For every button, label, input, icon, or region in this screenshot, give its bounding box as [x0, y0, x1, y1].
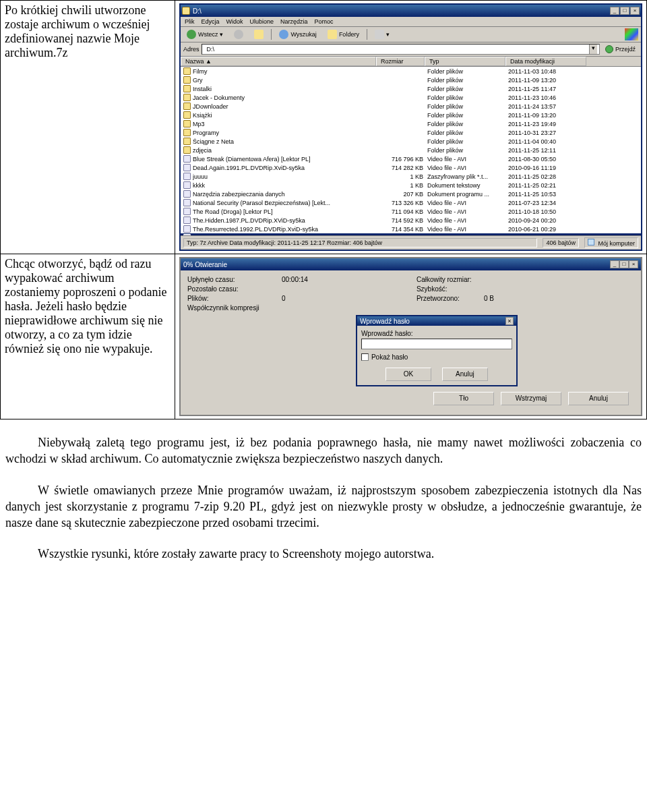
file-name: The.Resurrected.1992.PL.DVDRip.XviD-sy5k… — [193, 226, 379, 233]
file-type: Folder plików — [427, 86, 508, 92]
file-name: Filmy — [193, 68, 379, 75]
folder-icon — [183, 129, 191, 136]
paragraph-1-text: Niebywałą zaletą tego programu jest, iż … — [5, 436, 642, 465]
list-item[interactable]: The Road (Droga) [Lektor PL]711 094 KBVi… — [181, 207, 641, 216]
toolbar-divider — [271, 29, 272, 40]
folders-button[interactable]: Foldery — [324, 28, 363, 40]
header-name[interactable]: Nazwa ▲ — [181, 57, 376, 66]
desc-text-1: Po krótkiej chwili utworzone zostaje arc… — [5, 3, 150, 59]
back-button[interactable]: Wstecz ▾ — [183, 28, 227, 40]
file-date: 2011-11-23 10:46 — [508, 94, 589, 101]
folder-icon — [183, 146, 191, 154]
show-password-checkbox[interactable]: Pokaż hasło — [361, 353, 512, 361]
screenshot-cell-1: D:\ _ □ × Plik Edycja Widok Ulubione Nar… — [175, 1, 646, 254]
password-close-button[interactable]: × — [505, 317, 514, 325]
minimize-button[interactable]: _ — [610, 7, 619, 15]
extract-dialog-titlebar[interactable]: 0% Otwieranie _ □ × — [181, 258, 641, 270]
address-input[interactable]: D:\ ▾ — [202, 44, 600, 55]
compression-label: Współczynnik kompresji — [187, 304, 282, 312]
processed-value: 0 B — [484, 295, 494, 302]
folder-icon — [183, 76, 191, 84]
processed-label: Przetworzono: — [417, 295, 484, 302]
header-size[interactable]: Rozmiar — [376, 57, 425, 66]
folder-icon — [183, 138, 191, 145]
go-label: Przejdź — [615, 46, 636, 53]
views-button[interactable]: ▾ — [371, 28, 393, 40]
remain-label: Pozostało czasu: — [187, 285, 282, 293]
dlg-minimize-button[interactable]: _ — [610, 260, 619, 268]
list-item[interactable]: kkkk1 KBDokument tekstowy2011-11-25 02:2… — [181, 181, 641, 190]
file-name: kkkk — [193, 182, 379, 189]
close-button[interactable]: × — [630, 7, 640, 15]
list-item[interactable]: JDownloaderFolder plików2011-11-24 13:57 — [181, 102, 641, 111]
list-item[interactable]: Moje archiwum1 KB7z Archive2011-11-25 12… — [181, 233, 641, 235]
file-type: Folder plików — [427, 77, 508, 84]
cancel-button[interactable]: Anuluj — [442, 368, 488, 381]
up-folder-icon — [254, 30, 264, 39]
maximize-button[interactable]: □ — [620, 7, 629, 15]
list-item[interactable]: Jacek - DokumentyFolder plików2011-11-23… — [181, 93, 641, 102]
forward-button[interactable] — [230, 28, 247, 40]
paragraph-1: Niebywałą zaletą tego programu jest, iż … — [0, 434, 647, 467]
list-item[interactable]: Ściągne z NetaFolder plików2011-11-04 00… — [181, 137, 641, 146]
drive-icon — [182, 7, 190, 15]
header-type[interactable]: Typ — [425, 57, 505, 66]
list-item[interactable]: The.Resurrected.1992.PL.DVDRip.XviD-sy5k… — [181, 225, 641, 233]
file-type: Video file - AVI — [427, 217, 508, 224]
search-button[interactable]: Wyszukaj — [276, 28, 319, 40]
toolbar-divider-2 — [367, 29, 367, 40]
list-item[interactable]: ProgramyFolder plików2011-10-31 23:27 — [181, 128, 641, 137]
menu-file[interactable]: Plik — [185, 18, 195, 25]
status-right-label: Mój komputer — [598, 240, 635, 247]
menu-edit[interactable]: Edycja — [201, 18, 219, 25]
file-size: 1 KB — [379, 182, 427, 189]
file-type: Folder plików — [427, 121, 508, 127]
file-size: 207 KB — [379, 191, 427, 198]
extract-cancel-button[interactable]: Anuluj — [568, 392, 629, 405]
file-type: Dokument programu ... — [427, 191, 508, 198]
file-date: 2011-11-25 02:28 — [508, 173, 589, 180]
menu-help[interactable]: Pomoc — [315, 18, 334, 25]
ok-button[interactable]: OK — [386, 368, 431, 381]
list-item[interactable]: FilmyFolder plików2011-11-03 10:48 — [181, 67, 641, 76]
password-dialog-titlebar[interactable]: Wprowadź hasło × — [357, 316, 516, 326]
up-button[interactable] — [251, 28, 267, 40]
desc-cell-2: Chcąc otworzyć, bądź od razu wypakować a… — [1, 254, 175, 419]
pause-button[interactable]: Wstrzymaj — [501, 392, 561, 405]
go-button[interactable]: Przejdź — [603, 45, 638, 53]
list-item[interactable]: GryFolder plików2011-11-09 13:20 — [181, 76, 641, 84]
file-name: The Road (Droga) [Lektor PL] — [193, 208, 379, 215]
password-input[interactable] — [361, 339, 512, 349]
list-item[interactable]: National Security (Parasol Bezpieczeństw… — [181, 198, 641, 207]
paragraph-3: Wszystkie rysunki, które zostały zawarte… — [0, 546, 647, 562]
list-item[interactable]: Blue Streak (Diamentowa Afera) [Lektor P… — [181, 154, 641, 163]
file-list[interactable]: FilmyFolder plików2011-11-03 10:48GryFol… — [181, 67, 641, 235]
menu-tools[interactable]: Narzędzia — [280, 18, 308, 25]
list-item[interactable]: The.Hidden.1987.PL.DVDRip.XViD-sy5ka714 … — [181, 216, 641, 225]
list-item[interactable]: Mp3Folder plików2011-11-23 19:49 — [181, 119, 641, 128]
list-item[interactable]: InstalkiFolder plików2011-11-25 11:47 — [181, 84, 641, 93]
explorer-titlebar[interactable]: D:\ _ □ × — [181, 5, 641, 17]
file-date: 2011-11-23 19:49 — [508, 121, 589, 127]
file-size: 1 KB — [379, 173, 427, 180]
menu-favorites[interactable]: Ulubione — [249, 18, 274, 25]
list-item[interactable]: juuuu1 KBZaszyfrowany plik *.t...2011-11… — [181, 172, 641, 181]
header-date[interactable]: Data modyfikacji — [505, 57, 586, 66]
file-type: Video file - AVI — [427, 208, 508, 215]
window-title: D:\ — [193, 7, 202, 15]
speed-label: Szybkość: — [417, 285, 484, 293]
file-name: Gry — [193, 77, 379, 84]
address-dropdown-icon[interactable]: ▾ — [589, 45, 597, 54]
dlg-close-button[interactable]: × — [629, 260, 638, 268]
list-item[interactable]: KsiążkiFolder plików2011-11-09 13:20 — [181, 111, 641, 119]
background-button[interactable]: Tło — [433, 392, 494, 405]
dlg-maximize-button[interactable]: □ — [619, 260, 629, 268]
list-item[interactable]: zdjęciaFolder plików2011-11-25 12:11 — [181, 146, 641, 154]
total-label: Całkowity rozmiar: — [417, 276, 484, 283]
file-type: Folder plików — [427, 103, 508, 110]
elapsed-label: Upłynęło czasu: — [187, 276, 282, 283]
list-item[interactable]: Dead.Again.1991.PL.DVDRip.XviD-sy5ka714 … — [181, 163, 641, 172]
list-item[interactable]: Narzędzia zabezpieczania danych207 KBDok… — [181, 190, 641, 198]
menu-view[interactable]: Widok — [226, 18, 243, 25]
extract-dialog-title: 0% Otwieranie — [183, 261, 227, 268]
